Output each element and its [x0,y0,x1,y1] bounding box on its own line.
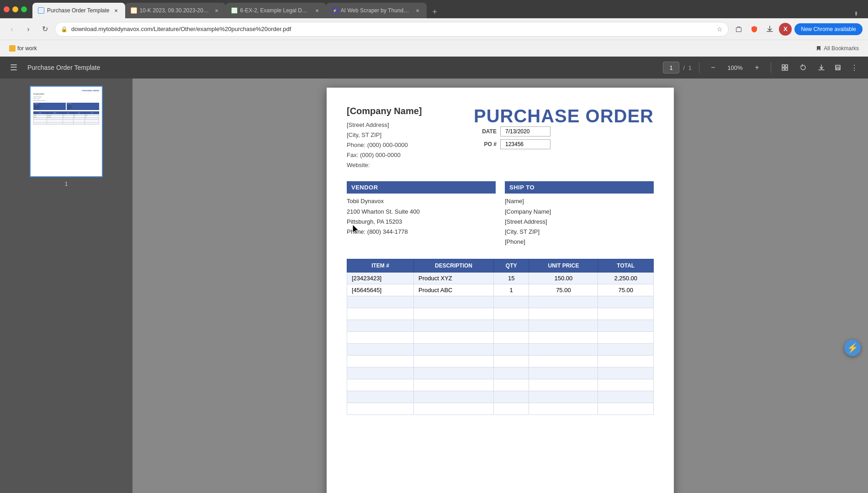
pdf-page: [Company Name] [Street Address] [City, S… [327,88,674,493]
ship-to-city: [City, ST ZIP] [505,227,654,237]
vendor-body: Tobii Dynavox 2100 Wharton St. Suite 400… [347,194,496,239]
ship-to-body: [Name] [Company Name] [Street Address] [… [505,194,654,249]
street-address: [Street Address] [347,120,422,130]
maximize-button[interactable] [21,6,27,12]
pdf-toolbar-right: ⋮ [815,61,861,74]
tab-legal[interactable]: 6-EX-2, Example Legal Docu... ✕ [226,3,326,18]
table-row [347,391,654,403]
tab-close-10k[interactable]: ✕ [213,7,220,14]
col-qty: QTY [493,259,529,272]
brave-shield-button[interactable] [748,23,761,36]
bookmark-label-for-work: for work [17,45,37,52]
zoom-out-button[interactable]: − [707,61,720,74]
zoom-in-button[interactable]: + [751,61,763,74]
vendor-address2: Pittsburgh, PA 15203 [347,217,496,227]
toolbar-separator-2 [771,62,771,73]
table-header-row: ITEM # DESCRIPTION QTY UNIT PRICE TOTAL [347,259,654,272]
ship-to-name: [Name] [505,196,654,206]
extensions-button[interactable] [732,23,745,36]
folder-icon [9,45,16,52]
thunderbird-side-button[interactable]: ⚡ [844,340,861,356]
minimize-button[interactable] [12,6,18,12]
tab-favicon-legal [231,7,238,14]
vendor-header: VENDOR [347,181,496,194]
all-bookmarks-button[interactable]: All Bookmarks [812,43,863,53]
tab-close-thunder[interactable]: ✕ [414,7,421,14]
print-button[interactable] [831,61,844,74]
po-title-area: PURCHASE ORDER DATE 7/13/2020 PO # 12345… [474,106,654,149]
new-tab-button[interactable]: + [429,5,441,18]
col-item-num: ITEM # [347,259,414,272]
main-content-area: PURCHASE ORDER [Company Name] [Street Ad… [0,79,868,493]
toolbar-separator-1 [699,62,699,73]
date-label: DATE [474,128,497,135]
po-number-row: PO # 123456 [474,139,654,149]
tab-title-po: Purchase Order Template [47,7,110,14]
table-row [347,331,654,343]
navigation-bar: ‹ › ↻ 🔒 download.mytobiidynavox.com/Lite… [0,18,868,40]
ship-to-section: SHIP TO [Name] [Company Name] [Street Ad… [505,181,654,249]
lock-icon: 🔒 [61,26,68,32]
bookmark-star-icon[interactable]: ☆ [717,26,723,33]
bookmark-for-work[interactable]: for work [5,43,41,53]
tab-favicon-10k [131,7,137,14]
pdf-document-area: [Company Name] [Street Address] [City, S… [132,79,868,493]
window-controls [4,6,27,12]
table-row [347,320,654,331]
company-info: [Company Name] [Street Address] [City, S… [347,106,422,170]
browser-frame: Purchase Order Template ✕ 10-K 2023, 09.… [0,0,868,493]
zoom-level-display: 100% [725,64,745,71]
tab-favicon-thunder: ⚡ [332,7,338,14]
address-bar[interactable]: 🔒 download.mytobiidynavox.com/Literature… [55,22,729,37]
close-button[interactable] [4,6,10,12]
more-options-button[interactable]: ⋮ [848,61,861,74]
date-row: DATE 7/13/2020 [474,126,654,136]
thumbnail-page-number: 1 [30,181,103,187]
page-separator: / [683,64,685,71]
hamburger-menu-button[interactable]: ☰ [7,61,20,74]
download-pdf-button[interactable] [815,61,828,74]
table-row [347,355,654,367]
download-button[interactable] [763,23,776,36]
extensions-area: X New Chrome available [732,23,863,36]
table-header: ITEM # DESCRIPTION QTY UNIT PRICE TOTAL [347,259,654,272]
po-metadata: DATE 7/13/2020 PO # 123456 [474,126,654,149]
thumbnail-wrapper: PURCHASE ORDER [Company Name] [Street Ad… [30,86,103,187]
city-state-zip: [City, ST ZIP] [347,130,422,140]
svg-rect-2 [782,68,784,70]
vendor-address1: 2100 Wharton St. Suite 400 [347,207,496,217]
vendor-phone: Phone: (800) 344-1778 [347,227,496,237]
table-row [347,308,654,320]
company-website: Website: [347,160,422,170]
profile-button[interactable]: X [779,23,792,36]
tab-thunder[interactable]: ⚡ AI Web Scraper by Thunderb... ✕ [326,3,427,18]
fit-page-button[interactable] [778,61,791,74]
po-number-value: 123456 [500,139,550,149]
table-row: [23423423]Product XYZ15150.002,250.00 [347,272,654,284]
restore-window-button[interactable]: ⬆ [852,9,861,18]
pdf-toolbar: ☰ Purchase Order Template / 1 − 100% + ⋮ [0,57,868,79]
back-button[interactable]: ‹ [5,23,18,36]
rotate-button[interactable] [797,61,810,74]
col-unit-price: UNIT PRICE [529,259,598,272]
items-table: ITEM # DESCRIPTION QTY UNIT PRICE TOTAL … [347,259,654,415]
tab-close-po[interactable]: ✕ [112,7,120,14]
page-thumbnail[interactable]: PURCHASE ORDER [Company Name] [Street Ad… [30,86,103,177]
table-row: [45645645]Product ABC175.0075.00 [347,284,654,296]
date-value: 7/13/2020 [500,126,550,136]
vendor-name: Tobii Dynavox [347,196,496,206]
tab-close-legal[interactable]: ✕ [313,7,321,14]
tab-10k[interactable]: 10-K 2023, 09.30.2023-202... ✕ [125,3,226,18]
refresh-button[interactable]: ↻ [38,23,51,36]
bookmarks-bar: for work All Bookmarks [0,40,868,57]
col-total: TOTAL [598,259,654,272]
table-row [347,379,654,391]
chrome-update-button[interactable]: New Chrome available [794,23,863,35]
company-phone: Phone: (000) 000-0000 [347,140,422,150]
forward-button[interactable]: › [22,23,35,36]
company-address: [Street Address] [City, ST ZIP] Phone: (… [347,120,422,170]
tab-purchase-order[interactable]: Purchase Order Template ✕ [32,3,125,18]
vendor-section: VENDOR Tobii Dynavox 2100 Wharton St. Su… [347,181,496,249]
tab-title-10k: 10-K 2023, 09.30.2023-202... [140,7,210,14]
page-number-input[interactable] [663,62,679,73]
